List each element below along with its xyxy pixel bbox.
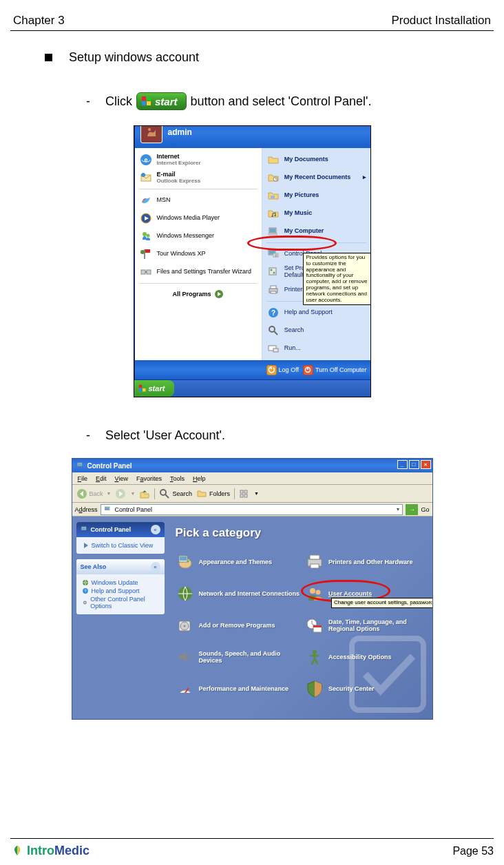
turnoff-button[interactable]: Turn Off Computer bbox=[303, 365, 367, 375]
svg-rect-81 bbox=[310, 555, 319, 559]
folder-docs-icon bbox=[266, 153, 280, 167]
svg-marker-56 bbox=[143, 490, 147, 492]
performance-icon bbox=[176, 679, 195, 698]
search-button[interactable]: Search bbox=[159, 488, 192, 499]
sm-msn[interactable]: MSN bbox=[135, 191, 262, 209]
window-buttons: _ □ × bbox=[397, 460, 431, 469]
see-help-support[interactable]: ?Help and Support bbox=[82, 587, 159, 594]
svg-line-58 bbox=[165, 494, 169, 498]
folders-button[interactable]: Folders bbox=[196, 488, 230, 499]
page-number: Page 53 bbox=[452, 845, 494, 857]
start-menu-right: My Documents My Recent Documents▸ My Pic… bbox=[262, 148, 371, 360]
search-icon bbox=[266, 324, 280, 337]
page-footer: IntroMedic Page 53 bbox=[10, 844, 494, 858]
svg-rect-64 bbox=[105, 507, 109, 509]
back-button[interactable]: Back▼ bbox=[76, 488, 112, 499]
sm-email[interactable]: E-mailOutlook Express bbox=[135, 169, 262, 187]
logoff-button[interactable]: Log Off bbox=[266, 365, 299, 375]
svg-point-32 bbox=[270, 269, 272, 271]
menu-favorites[interactable]: Favorites bbox=[136, 475, 162, 482]
sm-internet[interactable]: e InternetInternet Explorer bbox=[135, 151, 262, 169]
svg-point-13 bbox=[146, 234, 149, 238]
folder-recent-icon bbox=[266, 171, 280, 185]
dropdown-arrow-icon: ▼ bbox=[107, 491, 112, 496]
network-icon bbox=[176, 584, 195, 603]
cat-add-remove[interactable]: Add or Remove Programs bbox=[176, 616, 303, 635]
add-remove-icon bbox=[176, 616, 195, 635]
messenger-icon bbox=[139, 229, 153, 243]
sm-my-pictures[interactable]: My Pictures bbox=[262, 187, 371, 205]
svg-point-12 bbox=[143, 232, 147, 236]
printer-icon bbox=[305, 552, 324, 572]
sm-run[interactable]: Run... bbox=[262, 340, 371, 357]
step1-prefix: Click bbox=[105, 94, 132, 109]
sm-all-programs[interactable]: All Programs bbox=[135, 286, 262, 304]
back-arrow-icon bbox=[76, 488, 87, 499]
dash-icon: - bbox=[86, 94, 90, 109]
side-control-panel-box: Control Panel « Switch to Classic View bbox=[76, 522, 165, 554]
brand-logo: IntroMedic bbox=[10, 844, 90, 858]
cat-performance[interactable]: Performance and Maintenance bbox=[176, 679, 303, 698]
see-other-options[interactable]: Other Control Panel Options bbox=[82, 596, 159, 609]
svg-point-16 bbox=[140, 250, 145, 254]
forward-button[interactable] bbox=[115, 488, 126, 499]
menubar: File Edit View Favorites Tools Help bbox=[72, 472, 432, 485]
menu-file[interactable]: File bbox=[78, 475, 88, 482]
views-button[interactable] bbox=[239, 488, 250, 499]
close-button[interactable]: × bbox=[421, 460, 431, 469]
arrow-right-icon: ▸ bbox=[363, 174, 366, 181]
address-field[interactable]: Control Panel ▼ bbox=[101, 504, 403, 515]
avatar bbox=[140, 125, 162, 143]
taskbar: start bbox=[134, 380, 370, 397]
sm-help-support[interactable]: ?Help and Support bbox=[262, 304, 371, 322]
search-icon bbox=[159, 488, 170, 499]
sm-recent-docs[interactable]: My Recent Documents▸ bbox=[262, 169, 371, 187]
screenshot-start-menu: admin e InternetInternet Explorer E-mail… bbox=[134, 125, 371, 397]
msn-icon bbox=[139, 194, 153, 207]
dropdown-arrow-icon: ▼ bbox=[396, 507, 403, 512]
see-windows-update[interactable]: Windows Update bbox=[82, 579, 159, 586]
svg-point-88 bbox=[183, 625, 185, 627]
go-label: Go bbox=[421, 506, 429, 513]
sm-tour[interactable]: Tour Windows XP bbox=[135, 245, 262, 263]
dropdown-arrow-icon: ▼ bbox=[130, 491, 135, 496]
fst-icon bbox=[139, 265, 153, 279]
cat-user-accounts[interactable]: User Accounts Change user account settin… bbox=[305, 584, 432, 603]
sm-my-documents[interactable]: My Documents bbox=[262, 151, 371, 169]
collapse-icon[interactable]: « bbox=[151, 562, 160, 572]
sm-search[interactable]: Search bbox=[262, 322, 371, 340]
collapse-icon[interactable]: « bbox=[151, 525, 160, 534]
menu-edit[interactable]: Edit bbox=[96, 475, 107, 482]
taskbar-start-button[interactable]: start bbox=[134, 380, 175, 397]
mail-icon bbox=[139, 171, 153, 185]
minimize-button[interactable]: _ bbox=[397, 460, 408, 469]
sm-my-music[interactable]: My Music bbox=[262, 205, 371, 222]
sm-my-computer[interactable]: My Computer bbox=[262, 222, 371, 240]
up-button[interactable] bbox=[139, 488, 150, 499]
arrow-right-icon bbox=[214, 289, 224, 299]
cat-printers[interactable]: Printers and Other Hardware bbox=[305, 552, 432, 572]
menu-view[interactable]: View bbox=[115, 475, 128, 482]
sm-wm[interactable]: Windows Messenger bbox=[135, 227, 262, 245]
start-menu: admin e InternetInternet Explorer E-mail… bbox=[134, 125, 371, 380]
svg-rect-79 bbox=[180, 556, 187, 561]
svg-text:?: ? bbox=[271, 309, 275, 317]
svg-rect-66 bbox=[82, 528, 85, 530]
windows-flag-icon bbox=[138, 384, 147, 393]
control-panel-icon bbox=[81, 525, 89, 534]
sm-fst[interactable]: Files and Settings Transfer Wizard bbox=[135, 263, 262, 281]
go-button[interactable]: → bbox=[406, 504, 418, 515]
sounds-icon bbox=[176, 647, 195, 667]
switch-classic-link[interactable]: Switch to Classic View bbox=[82, 542, 159, 549]
cat-network[interactable]: Network and Internet Connections bbox=[176, 584, 303, 603]
cat-sounds[interactable]: Sounds, Speech, and Audio Devices bbox=[176, 647, 303, 667]
accessibility-icon bbox=[305, 647, 324, 667]
sm-wmp[interactable]: Windows Media Player bbox=[135, 209, 262, 227]
cat-appearance[interactable]: Appearance and Themes bbox=[176, 552, 303, 572]
menu-help[interactable]: Help bbox=[193, 475, 206, 482]
maximize-button[interactable]: □ bbox=[409, 460, 419, 469]
svg-line-40 bbox=[274, 331, 277, 335]
menu-tools[interactable]: Tools bbox=[170, 475, 185, 482]
logoff-icon bbox=[266, 365, 277, 375]
svg-rect-82 bbox=[311, 564, 319, 568]
